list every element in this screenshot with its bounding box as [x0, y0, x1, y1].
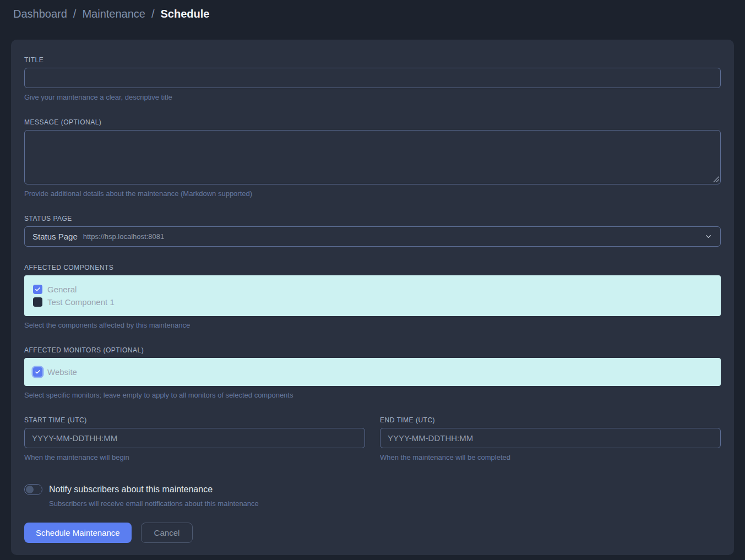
- status-page-selected-url: https://hsp.localhost:8081: [83, 232, 164, 241]
- title-helper-text: Give your maintenance a clear, descripti…: [24, 93, 721, 101]
- toggle-knob: [26, 486, 34, 493]
- title-label: TITLE: [24, 56, 721, 64]
- component-option-label[interactable]: General: [47, 285, 77, 294]
- form-actions: Schedule Maintenance Cancel: [24, 523, 721, 543]
- component-option-test-component-1[interactable]: Test Component 1: [33, 296, 712, 308]
- message-textarea-wrap: [24, 130, 721, 184]
- checkbox-unchecked-icon[interactable]: [33, 297, 42, 307]
- notify-subscribers-group: Notify subscribers about this maintenanc…: [24, 484, 721, 508]
- title-input[interactable]: [24, 68, 721, 88]
- breadcrumb-item-schedule: Schedule: [161, 8, 210, 20]
- start-time-helper-text: When the maintenance will begin: [24, 453, 365, 461]
- end-time-helper-text: When the maintenance will be completed: [380, 453, 721, 461]
- monitor-option-label[interactable]: Website: [47, 367, 77, 377]
- start-time-input[interactable]: [24, 428, 365, 448]
- message-label: MESSAGE (OPTIONAL): [24, 118, 721, 126]
- affected-components-label: AFFECTED COMPONENTS: [24, 264, 721, 271]
- end-time-label: END TIME (UTC): [380, 416, 721, 424]
- message-textarea[interactable]: [24, 130, 721, 184]
- end-time-field-group: END TIME (UTC) When the maintenance will…: [380, 416, 721, 461]
- cancel-button[interactable]: Cancel: [141, 523, 193, 543]
- breadcrumb-separator: /: [73, 8, 77, 20]
- status-page-label: STATUS PAGE: [24, 215, 721, 222]
- notify-subscribers-label[interactable]: Notify subscribers about this maintenanc…: [49, 485, 213, 494]
- end-time-input[interactable]: [380, 428, 721, 448]
- component-option-general[interactable]: General: [33, 284, 712, 295]
- checkbox-checked-icon[interactable]: [33, 367, 42, 377]
- affected-monitors-option-box: Website: [24, 358, 721, 386]
- chevron-down-icon[interactable]: [704, 232, 713, 241]
- breadcrumb-separator: /: [151, 8, 155, 20]
- title-field-group: TITLE Give your maintenance a clear, des…: [24, 56, 721, 101]
- notify-subscribers-helper-text: Subscribers will receive email notificat…: [49, 499, 721, 508]
- notify-subscribers-toggle[interactable]: [24, 484, 42, 495]
- affected-components-option-box: General Test Component 1: [24, 275, 721, 316]
- breadcrumb: Dashboard / Maintenance / Schedule: [13, 8, 209, 20]
- time-fields-row: START TIME (UTC) When the maintenance wi…: [24, 416, 721, 461]
- affected-monitors-helper-text: Select specific monitors; leave empty to…: [24, 391, 721, 399]
- start-time-label: START TIME (UTC): [24, 416, 365, 424]
- component-option-label[interactable]: Test Component 1: [47, 297, 115, 307]
- breadcrumb-item-dashboard[interactable]: Dashboard: [13, 8, 67, 20]
- breadcrumb-item-maintenance[interactable]: Maintenance: [82, 8, 145, 20]
- monitor-option-website[interactable]: Website: [33, 366, 712, 378]
- message-helper-text: Provide additional details about the mai…: [24, 189, 721, 198]
- start-time-field-group: START TIME (UTC) When the maintenance wi…: [24, 416, 365, 461]
- schedule-maintenance-form-card: TITLE Give your maintenance a clear, des…: [11, 40, 734, 555]
- affected-monitors-label: AFFECTED MONITORS (OPTIONAL): [24, 346, 721, 354]
- status-page-select[interactable]: Status Page https://hsp.localhost:8081: [24, 226, 721, 247]
- affected-components-field-group: AFFECTED COMPONENTS General Test Compone…: [24, 264, 721, 329]
- status-page-field-group: STATUS PAGE Status Page https://hsp.loca…: [24, 215, 721, 247]
- message-field-group: MESSAGE (OPTIONAL) Provide additional de…: [24, 118, 721, 198]
- top-bar: Dashboard / Maintenance / Schedule: [0, 0, 745, 28]
- notify-toggle-row: Notify subscribers about this maintenanc…: [24, 484, 721, 495]
- affected-monitors-field-group: AFFECTED MONITORS (OPTIONAL) Website Sel…: [24, 346, 721, 399]
- schedule-maintenance-button[interactable]: Schedule Maintenance: [24, 523, 132, 543]
- affected-components-helper-text: Select the components affected by this m…: [24, 321, 721, 329]
- status-page-selected-name: Status Page: [32, 232, 78, 241]
- checkbox-checked-icon[interactable]: [33, 285, 42, 294]
